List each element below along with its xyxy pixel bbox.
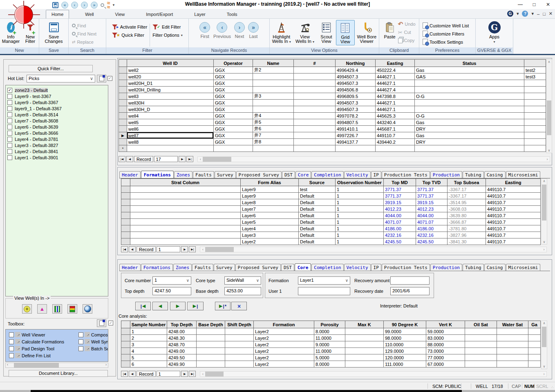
cell[interactable]	[225, 335, 254, 341]
well-table-vscrollbar[interactable]: ∧ ∨	[546, 59, 552, 153]
cell[interactable]	[524, 80, 546, 87]
cell[interactable]	[497, 328, 528, 335]
cell[interactable]: Default	[299, 219, 336, 225]
hot-list-item[interactable]: Layer9 - test-3367	[7, 93, 108, 99]
tab-formations[interactable]: Formations	[141, 264, 173, 271]
cell[interactable]	[415, 106, 524, 113]
column-header-sample-number[interactable]: Sample Number	[130, 321, 167, 328]
hot-list-item[interactable]: Layer8 - Default-3514	[7, 111, 108, 118]
previous-button[interactable]: ‹Previous	[213, 22, 231, 39]
top-depth-input[interactable]: 4247.50	[152, 287, 191, 295]
cell[interactable]	[294, 113, 336, 119]
cell[interactable]: 4996809.5	[336, 93, 376, 100]
tab-ip[interactable]: IP	[371, 264, 381, 271]
cell[interactable]: well20	[127, 74, 214, 80]
checkbox[interactable]	[7, 137, 12, 142]
cell[interactable]	[465, 341, 497, 348]
cell[interactable]	[528, 361, 541, 368]
cell[interactable]: 4245.50	[416, 238, 448, 245]
cell[interactable]: 450222.4	[376, 67, 415, 74]
view-in-logs-button[interactable]	[52, 304, 62, 314]
tab-completion[interactable]: Completion	[311, 171, 343, 178]
cell[interactable]: 4991410.1	[336, 126, 376, 132]
cell[interactable]: 73.0000	[426, 348, 465, 354]
mdi-close-icon[interactable]: ✕	[549, 11, 553, 16]
last-record-button[interactable]: ▶|	[189, 246, 196, 252]
layers-icon[interactable]: ≈≈	[107, 1, 110, 9]
cell[interactable]: Default	[299, 225, 336, 232]
formations-vscrollbar[interactable]: ∧ ∨	[541, 178, 547, 245]
column-header-vert-k[interactable]: Vert K	[426, 321, 465, 328]
scroll-thumb[interactable]	[542, 185, 546, 220]
prev-record-button[interactable]: ◀	[129, 246, 136, 252]
cell[interactable]: Layer9	[241, 193, 299, 199]
column-header-water-sat[interactable]: Water Sat	[497, 321, 528, 328]
core-delete-button[interactable]: ×	[231, 302, 247, 310]
apps-button[interactable]: G Apps▾	[487, 20, 502, 45]
cell[interactable]: test2	[524, 67, 546, 74]
column-header-top-tvd[interactable]: Top TVD	[416, 179, 448, 186]
cell[interactable]: 3771.37	[384, 193, 416, 199]
cell[interactable]: GGX	[214, 132, 253, 139]
cell[interactable]	[294, 100, 336, 106]
cell[interactable]	[253, 145, 294, 152]
checkbox[interactable]	[78, 332, 83, 337]
checkbox[interactable]	[9, 346, 14, 351]
toolbox-item[interactable]: →Composi	[78, 331, 108, 338]
toolbox-item[interactable]: →Pad Design Tool	[9, 345, 64, 352]
cell[interactable]: 9.0000	[314, 341, 345, 348]
cell[interactable]: 111.0000	[384, 361, 426, 368]
cell[interactable]: O-G	[415, 93, 524, 100]
cell[interactable]: 1	[336, 225, 384, 232]
cell[interactable]	[225, 341, 254, 348]
scout-view-button[interactable]: Scout View	[317, 20, 336, 45]
cell[interactable]	[524, 145, 546, 152]
cell[interactable]	[197, 361, 225, 368]
hot-list-item[interactable]: Layer2 - Default-3841	[7, 148, 108, 154]
cell[interactable]: Gas	[415, 67, 524, 74]
cell[interactable]: Layer2	[254, 335, 314, 341]
cell[interactable]: 449110.7	[486, 232, 541, 238]
tab-ip[interactable]: IP	[371, 171, 381, 178]
cell[interactable]: 4012.23	[384, 206, 416, 212]
core-first-button[interactable]: |◀	[135, 302, 151, 310]
well-bore-viewer-button[interactable]: Well Bore Viewer	[355, 20, 379, 45]
view-in-earth-button[interactable]	[83, 304, 92, 314]
cell[interactable]	[528, 348, 541, 354]
cell[interactable]	[197, 328, 225, 335]
tab-header[interactable]: Header	[119, 264, 141, 271]
cell[interactable]: Default	[299, 193, 336, 199]
cell[interactable]	[528, 335, 541, 341]
cell[interactable]: O-G	[415, 113, 524, 119]
cell[interactable]: GGX	[214, 139, 253, 145]
hot-list-item[interactable]: Layer1 - Default-3901	[7, 154, 108, 160]
tab-velocity[interactable]: Velocity	[344, 171, 371, 178]
scroll-down-icon[interactable]: ∨	[542, 365, 547, 368]
ribbon-tab-home[interactable]: Home	[46, 10, 69, 18]
cell[interactable]	[524, 139, 546, 145]
hot-list-item[interactable]: Layer6 - Default-3639	[7, 124, 108, 130]
cell[interactable]: 4186.00	[416, 225, 448, 232]
cell[interactable]	[465, 354, 497, 361]
cell[interactable]: 4994507.3	[336, 74, 376, 80]
last-record-icon[interactable]: »	[91, 2, 98, 9]
cell[interactable]: 88.0000	[426, 341, 465, 348]
cell[interactable]: 443240.4	[376, 119, 415, 126]
recovery-amount-input[interactable]	[390, 276, 430, 285]
row-selector[interactable]	[121, 238, 130, 245]
toolbox-edit-button[interactable]	[97, 319, 106, 327]
core-vscrollbar[interactable]: ∧ ∨	[541, 321, 547, 369]
cell[interactable]: 445687.1	[376, 126, 415, 132]
cell[interactable]	[197, 354, 225, 361]
cell[interactable]: Gas	[415, 132, 524, 139]
cell[interactable]	[294, 67, 336, 74]
column-header-[interactable]: #	[294, 60, 336, 67]
column-header-max-k[interactable]: Max K	[345, 321, 384, 328]
row-selector[interactable]	[121, 232, 130, 238]
cell[interactable]: 4248.00	[167, 328, 197, 335]
cell[interactable]: 3919.15	[384, 199, 416, 206]
cell[interactable]: 1	[336, 238, 384, 245]
core-type-select[interactable]: SideWall∨	[224, 276, 261, 285]
cell[interactable]: 449110.7	[486, 199, 541, 206]
cell[interactable]: 井2	[253, 67, 294, 74]
